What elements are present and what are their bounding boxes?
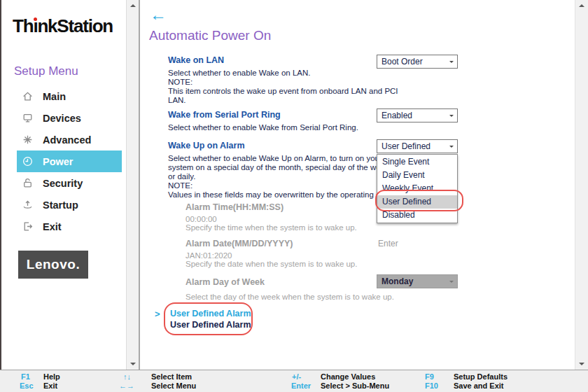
- sidebar-item-label: Devices: [43, 113, 81, 124]
- alarm-dow-label: Alarm Day of Week: [186, 277, 265, 287]
- alarm-dow-desc: Select the day of the week when the syst…: [186, 293, 394, 301]
- wake-serial-label: Wake from Serial Port Ring: [168, 110, 281, 120]
- thinkstation-logo: ThınkStation: [13, 15, 113, 37]
- f1-key: F1: [21, 372, 30, 381]
- alarm-time-value: 00:00:00: [186, 215, 217, 223]
- wake-serial-select[interactable]: Enabled: [377, 108, 458, 122]
- advanced-icon: [22, 134, 34, 146]
- main-panel: ← Automatic Power On Wake on LAN Boot Or…: [140, 0, 575, 370]
- option-weekly-event[interactable]: Weekly Event: [377, 182, 457, 195]
- sidebar-item-label: Startup: [43, 200, 78, 211]
- lock-icon: [22, 177, 34, 189]
- power-clock-icon: [22, 155, 34, 167]
- alarm-date-label: Alarm Date(MM/DD/YYYY): [186, 239, 293, 248]
- submenu-chevron-icon: >: [155, 309, 160, 319]
- page-title: Automatic Power On: [149, 28, 271, 43]
- esc-label: Exit: [43, 382, 57, 390]
- updown-key: ↑↓: [123, 372, 131, 381]
- annotation-user-defined-alarm: [164, 302, 253, 335]
- wake-on-lan-label: Wake on LAN: [168, 55, 224, 65]
- alarm-time-label: Alarm Time(HH:MM:SS): [186, 202, 284, 212]
- chevron-down-icon: [449, 146, 454, 150]
- chevron-down-icon: [449, 281, 454, 285]
- leftright-label: Select Menu: [151, 382, 196, 390]
- f10-label: Save and Exit: [454, 382, 504, 390]
- setup-menu-title: Setup Menu: [14, 64, 78, 78]
- sidebar-item-devices[interactable]: Devices: [17, 107, 122, 129]
- alarm-dow-select: Monday: [377, 274, 458, 288]
- wake-on-lan-value: Boot Order: [382, 57, 423, 66]
- wake-alarm-select[interactable]: User Defined: [377, 139, 458, 153]
- wake-alarm-label: Wake Up on Alarm: [168, 141, 245, 150]
- lenovo-logo: Lenovo.: [18, 251, 88, 279]
- f1-label: Help: [43, 372, 60, 381]
- updown-label: Select Item: [151, 372, 192, 381]
- scroll-up-icon[interactable]: [130, 4, 136, 7]
- devices-icon: [22, 112, 34, 124]
- sidebar-item-label: Exit: [43, 221, 62, 232]
- alarm-date-desc: Specify the date when the system is to w…: [186, 260, 357, 268]
- user-defined-alarm-link[interactable]: User Defined Alarm: [170, 309, 251, 318]
- sidebar-item-startup[interactable]: Startup: [17, 194, 122, 216]
- sidebar-nav: Main Devices Advanced Power: [1, 85, 126, 237]
- sidebar-item-security[interactable]: Security: [17, 172, 122, 194]
- chevron-down-icon: [449, 61, 454, 65]
- sidebar-item-advanced[interactable]: Advanced: [17, 129, 122, 150]
- enter-label: Select > Sub-Menu: [321, 382, 389, 390]
- alarm-date-value: JAN:01:2020: [186, 251, 232, 260]
- f10-key: F10: [425, 382, 438, 390]
- exit-icon: [22, 220, 34, 232]
- scroll-down-icon[interactable]: [130, 363, 136, 365]
- wake-on-lan-desc: Select whether to enable Wake on LAN. NO…: [168, 69, 441, 105]
- sidebar-item-exit[interactable]: Exit: [17, 216, 122, 237]
- scroll-up-icon[interactable]: [579, 4, 584, 7]
- back-arrow-icon[interactable]: ←: [150, 6, 167, 24]
- startup-icon: [22, 199, 34, 211]
- enter-key: Enter: [291, 382, 311, 390]
- option-single-event[interactable]: Single Event: [377, 155, 457, 169]
- user-defined-alarm-sublabel[interactable]: User Defined Alarm: [170, 320, 251, 330]
- chevron-down-icon: [449, 115, 454, 119]
- main-scrollbar[interactable]: [575, 0, 588, 370]
- brand-post: nkStation: [37, 15, 113, 36]
- option-daily-event[interactable]: Daily Event: [377, 169, 457, 182]
- plusminus-key: +/-: [292, 372, 301, 381]
- sidebar-item-label: Power: [43, 156, 74, 167]
- sidebar-scrollbar[interactable]: [126, 0, 139, 370]
- esc-key: Esc: [20, 382, 34, 390]
- wake-alarm-dropdown-list: Single Event Daily Event Weekly Event Us…: [377, 154, 458, 223]
- leftright-key: ←→: [119, 382, 134, 390]
- home-icon: [22, 90, 34, 102]
- sidebar-item-label: Main: [43, 91, 66, 102]
- wake-serial-desc: Select whether to enable Wake from Seria…: [168, 123, 441, 132]
- sidebar: ThınkStation Setup Menu Main Devices Adv…: [1, 0, 126, 370]
- sidebar-item-power[interactable]: Power: [17, 150, 122, 172]
- alarm-dow-value: Monday: [382, 276, 413, 286]
- brand-i-reddot: ı: [33, 15, 37, 37]
- wake-serial-value: Enabled: [382, 111, 412, 120]
- f9-key: F9: [425, 372, 434, 381]
- brand-pre: Th: [13, 15, 33, 36]
- bios-setup-window: ThınkStation Setup Menu Main Devices Adv…: [0, 0, 588, 392]
- plusminus-label: Change Values: [321, 372, 375, 381]
- alarm-date-enter-hint: Enter: [378, 239, 398, 248]
- option-disabled[interactable]: Disabled: [377, 209, 457, 222]
- option-user-defined[interactable]: User Defined: [377, 195, 457, 209]
- sidebar-item-label: Advanced: [43, 134, 91, 146]
- hotkey-bar: F1 Help Esc Exit ↑↓ Select Item ←→ Selec…: [0, 370, 588, 392]
- wake-on-lan-select[interactable]: Boot Order: [377, 55, 458, 69]
- sidebar-item-main[interactable]: Main: [17, 85, 122, 107]
- scroll-down-icon[interactable]: [579, 363, 584, 365]
- f9-label: Setup Defaults: [454, 372, 507, 381]
- alarm-time-desc: Specify the time when the system is to w…: [186, 223, 357, 232]
- sidebar-item-label: Security: [43, 178, 83, 189]
- wake-alarm-value: User Defined: [382, 141, 430, 151]
